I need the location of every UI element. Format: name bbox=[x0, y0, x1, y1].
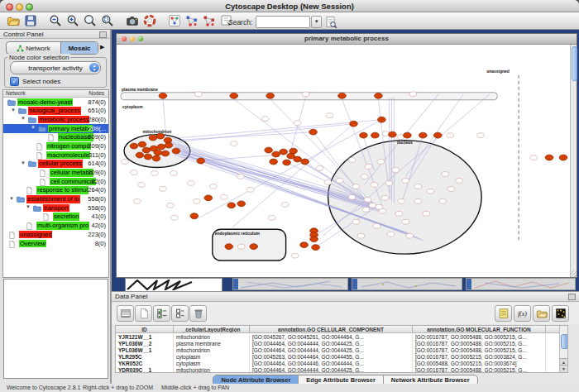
network-node[interactable] bbox=[414, 198, 422, 203]
tree-expand-icon[interactable]: ▼ bbox=[21, 160, 26, 165]
table-cell[interactable]: mitochondrion bbox=[174, 334, 250, 341]
table-cell[interactable]: mitochondrion bbox=[174, 347, 250, 354]
selected-network-node[interactable] bbox=[270, 159, 278, 165]
tree-row-secretion[interactable]: secretion41(0) bbox=[3, 213, 108, 222]
table-cell[interactable]: [GO:0044464, GO:0044444, GO:0044425, G..… bbox=[250, 367, 413, 373]
tree-node-label[interactable]: cell communicat bbox=[50, 178, 96, 186]
selected-network-node[interactable] bbox=[360, 132, 368, 138]
network-node[interactable] bbox=[387, 232, 395, 237]
table-cell[interactable]: [GO:0044464, GO:0044444, GO:0044425, G..… bbox=[250, 347, 413, 354]
selected-network-node[interactable] bbox=[310, 237, 318, 242]
tab-overflow-button[interactable]: ▶ bbox=[100, 44, 104, 50]
selected-network-node[interactable] bbox=[404, 132, 412, 138]
selected-network-node[interactable] bbox=[309, 129, 318, 135]
network-node[interactable] bbox=[348, 194, 356, 199]
tree-node-label[interactable]: establishment of lo bbox=[26, 195, 80, 203]
network-node[interactable] bbox=[402, 179, 409, 184]
selected-network-node[interactable] bbox=[283, 160, 291, 165]
selected-network-node[interactable] bbox=[338, 93, 347, 98]
table-cell[interactable]: YDR039C__1 bbox=[116, 367, 174, 373]
selected-network-node[interactable] bbox=[159, 93, 167, 98]
network-node[interactable] bbox=[194, 198, 201, 203]
background-window-1[interactable] bbox=[125, 278, 223, 292]
table-cell[interactable]: YPL036W__1 bbox=[116, 347, 174, 354]
selected-network-node[interactable] bbox=[301, 159, 309, 165]
network-node[interactable] bbox=[364, 197, 371, 202]
table-cell[interactable]: [GO:0016787, GO:0005215, GO:0003824, G..… bbox=[413, 354, 546, 361]
selected-network-node[interactable] bbox=[290, 148, 298, 154]
network-node[interactable] bbox=[170, 171, 178, 176]
network-node[interactable] bbox=[377, 160, 385, 165]
tree-row-primary-metabo[interactable]: ▼primary metabo209(... bbox=[3, 124, 108, 133]
selected-network-node[interactable] bbox=[378, 117, 386, 122]
table-cell[interactable]: [GO:0016787, GO:0005488, GO:0005215, G..… bbox=[413, 347, 546, 354]
network-node[interactable] bbox=[362, 207, 370, 212]
network-node[interactable] bbox=[131, 170, 138, 175]
selected-network-node[interactable] bbox=[559, 155, 567, 160]
help-button[interactable] bbox=[141, 13, 158, 29]
float-panel-icon[interactable] bbox=[99, 31, 107, 38]
network-node[interactable] bbox=[268, 215, 275, 220]
network-scroll-thumb[interactable] bbox=[572, 46, 577, 81]
selected-network-node[interactable] bbox=[227, 203, 236, 208]
tree-node-label[interactable]: transport bbox=[43, 204, 69, 213]
table-cell[interactable]: YLR295C bbox=[116, 354, 174, 361]
background-window-2[interactable] bbox=[232, 278, 348, 290]
tree-node-label[interactable]: metabolic process bbox=[38, 116, 89, 124]
selected-network-node[interactable] bbox=[266, 93, 275, 98]
network-node[interactable] bbox=[167, 203, 175, 208]
table-cell[interactable]: [GO:0005488, GO:0005215, GO:0003674] bbox=[413, 361, 546, 367]
table-cell[interactable]: [GO:0044464, GO:0044444, GO:0044425, G..… bbox=[250, 341, 413, 347]
network-node[interactable] bbox=[220, 194, 227, 199]
network-node[interactable] bbox=[138, 183, 146, 188]
selected-network-node[interactable] bbox=[294, 156, 302, 162]
selected-network-node[interactable] bbox=[225, 244, 233, 250]
selected-network-node[interactable] bbox=[389, 131, 397, 137]
network-window-titlebar[interactable]: primary metabolic process bbox=[117, 34, 577, 45]
selected-network-node[interactable] bbox=[250, 244, 258, 250]
tree-expand-icon[interactable]: ▼ bbox=[21, 116, 26, 121]
network-node[interactable] bbox=[439, 198, 447, 203]
selected-network-node[interactable] bbox=[419, 132, 428, 138]
tree-row-multi-organism-pro[interactable]: multi-organism pro42(0) bbox=[3, 222, 108, 231]
network-node[interactable] bbox=[316, 166, 323, 171]
network-node[interactable] bbox=[195, 92, 203, 97]
network-node[interactable] bbox=[414, 184, 422, 189]
network-node[interactable] bbox=[376, 204, 383, 209]
network-node[interactable] bbox=[447, 186, 455, 191]
table-cell[interactable]: [GO:0016787, GO:0005488, GO:0005215, G..… bbox=[413, 334, 546, 341]
tree-row-nucleobase-[interactable]: nucleobase-209(0) bbox=[3, 133, 108, 142]
network-node[interactable] bbox=[324, 180, 332, 185]
tree-node-label[interactable]: Overview bbox=[19, 240, 46, 248]
selected-network-node[interactable] bbox=[237, 201, 246, 207]
tree-node-label[interactable]: unassigned bbox=[19, 231, 52, 239]
table-cell[interactable]: plasma membrane bbox=[174, 341, 250, 347]
show-attribute-table-button[interactable] bbox=[117, 305, 134, 322]
scroll-down-icon[interactable]: ▼ bbox=[560, 365, 567, 372]
selected-network-node[interactable] bbox=[280, 149, 288, 155]
snapshot-button[interactable] bbox=[123, 13, 141, 29]
selected-network-node[interactable] bbox=[142, 147, 151, 153]
table-cell[interactable]: [GO:0016787, GO:0005488, GO:0005215, G..… bbox=[413, 367, 546, 373]
select-nodes-checkbox[interactable]: ✓ bbox=[10, 77, 19, 86]
network-node[interactable] bbox=[237, 174, 244, 179]
network-node[interactable] bbox=[246, 187, 254, 192]
tree-node-label[interactable]: mosaic-demo-yeast bbox=[17, 98, 73, 107]
zoom-fit-button[interactable] bbox=[81, 13, 98, 29]
tree-node-label[interactable]: cellular process bbox=[38, 160, 83, 168]
network-node[interactable] bbox=[409, 92, 417, 97]
tree-node-label[interactable]: multi-organism pro bbox=[36, 222, 89, 230]
search-input[interactable] bbox=[256, 16, 310, 28]
selected-network-node[interactable] bbox=[350, 121, 358, 127]
network-node[interactable] bbox=[352, 219, 360, 224]
background-window-4[interactable] bbox=[466, 278, 576, 290]
function-builder-button[interactable]: f(x) bbox=[514, 305, 531, 322]
delete-attribute-button[interactable] bbox=[189, 305, 207, 322]
selected-network-node[interactable] bbox=[190, 213, 199, 219]
table-cell[interactable]: YKR052C bbox=[116, 361, 174, 367]
attribute-matrix-button[interactable] bbox=[552, 305, 569, 322]
tree-row-nitrogen-compo[interactable]: nitrogen compo209(0) bbox=[3, 141, 108, 151]
tree-node-label[interactable]: nitrogen compo bbox=[46, 142, 91, 151]
network-node[interactable] bbox=[402, 219, 409, 224]
network-node[interactable] bbox=[348, 158, 356, 163]
